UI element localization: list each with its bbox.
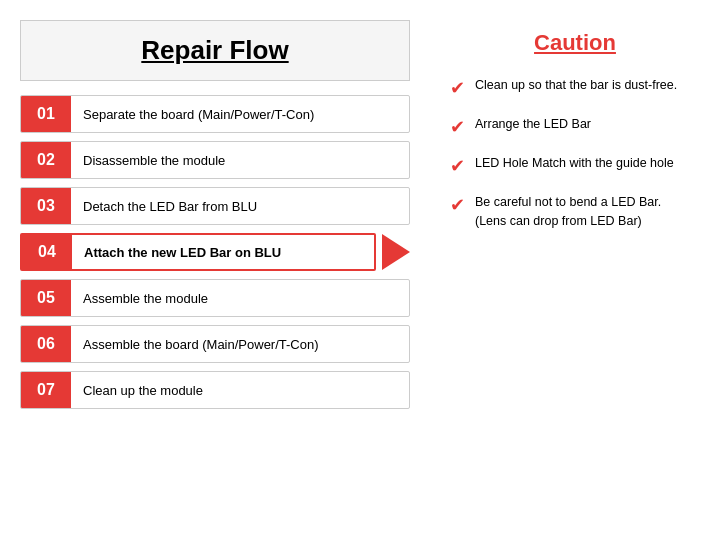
step-number: 03 <box>21 188 71 224</box>
step-item-06[interactable]: 06Assemble the board (Main/Power/T-Con) <box>20 325 410 363</box>
caution-list: ✔Clean up so that the bar is dust-free.✔… <box>450 76 700 231</box>
step-row-active: 04Attach the new LED Bar on BLU <box>20 233 410 271</box>
steps-container: 01Separate the board (Main/Power/T-Con)0… <box>20 95 410 409</box>
check-icon: ✔ <box>450 155 465 177</box>
step-label: Assemble the board (Main/Power/T-Con) <box>71 337 331 352</box>
caution-item-1: ✔Arrange the LED Bar <box>450 115 700 138</box>
page: Repair Flow 01Separate the board (Main/P… <box>0 0 720 540</box>
active-step-arrow <box>382 234 410 270</box>
step-number: 02 <box>21 142 71 178</box>
caution-text: Arrange the LED Bar <box>475 115 591 134</box>
caution-text: LED Hole Match with the guide hole <box>475 154 674 173</box>
step-label: Separate the board (Main/Power/T-Con) <box>71 107 326 122</box>
step-item-03[interactable]: 03Detach the LED Bar from BLU <box>20 187 410 225</box>
check-icon: ✔ <box>450 116 465 138</box>
check-icon: ✔ <box>450 77 465 99</box>
step-item-01[interactable]: 01Separate the board (Main/Power/T-Con) <box>20 95 410 133</box>
caution-item-0: ✔Clean up so that the bar is dust-free. <box>450 76 700 99</box>
caution-item-2: ✔LED Hole Match with the guide hole <box>450 154 700 177</box>
step-number: 01 <box>21 96 71 132</box>
step-number: 07 <box>21 372 71 408</box>
caution-title: Caution <box>450 30 700 56</box>
step-item-02[interactable]: 02Disassemble the module <box>20 141 410 179</box>
step-number: 04 <box>22 235 72 269</box>
check-icon: ✔ <box>450 194 465 216</box>
caution-item-3: ✔Be careful not to bend a LED Bar. (Lens… <box>450 193 700 231</box>
step-label: Clean up the module <box>71 383 215 398</box>
right-column: Caution ✔Clean up so that the bar is dus… <box>410 20 700 520</box>
left-column: Repair Flow 01Separate the board (Main/P… <box>20 20 410 520</box>
caution-text: Clean up so that the bar is dust-free. <box>475 76 677 95</box>
repair-flow-title-box: Repair Flow <box>20 20 410 81</box>
step-label: Assemble the module <box>71 291 220 306</box>
step-item-04[interactable]: 04Attach the new LED Bar on BLU <box>20 233 376 271</box>
step-label: Disassemble the module <box>71 153 237 168</box>
step-label: Detach the LED Bar from BLU <box>71 199 269 214</box>
step-item-07[interactable]: 07Clean up the module <box>20 371 410 409</box>
step-number: 05 <box>21 280 71 316</box>
step-number: 06 <box>21 326 71 362</box>
caution-text: Be careful not to bend a LED Bar. (Lens … <box>475 193 661 231</box>
step-label: Attach the new LED Bar on BLU <box>72 245 293 260</box>
repair-flow-title: Repair Flow <box>141 35 288 65</box>
step-item-05[interactable]: 05Assemble the module <box>20 279 410 317</box>
